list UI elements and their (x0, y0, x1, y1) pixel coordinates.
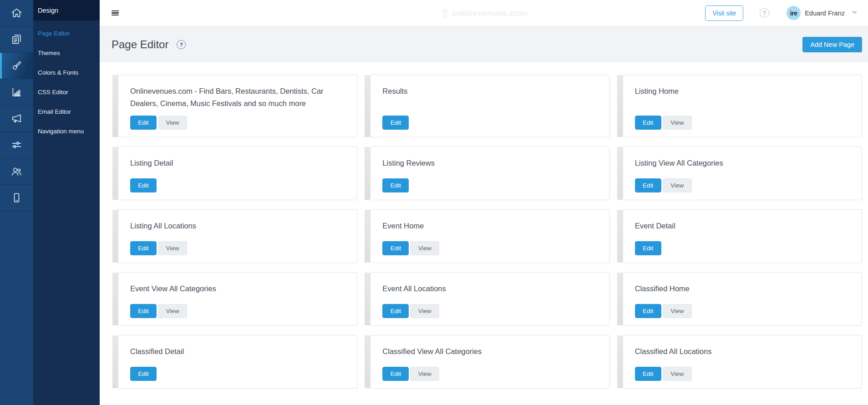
page-card: Event View All CategoriesEditView (118, 272, 357, 326)
edit-button[interactable]: Edit (635, 178, 661, 192)
rail-item-home[interactable] (0, 0, 33, 26)
edit-button[interactable]: Edit (635, 304, 661, 318)
page-card-title: Onlinevenues.com - Find Bars, Restaurant… (130, 85, 345, 109)
page-card-title: Results (382, 85, 597, 97)
design-sidebar: Design Page EditorThemesColors & FontsCS… (33, 0, 100, 405)
users-icon (10, 165, 23, 177)
rail-item-mobile[interactable] (0, 185, 33, 211)
edit-button[interactable]: Edit (130, 367, 157, 381)
chevron-down-icon[interactable] (851, 9, 858, 17)
page-help-icon[interactable]: ? (177, 40, 186, 49)
sliders-icon (10, 139, 23, 151)
page-title: Page Editor (112, 38, 168, 51)
sidebar-section-title: Design (33, 0, 100, 20)
edit-button[interactable]: Edit (635, 241, 661, 255)
view-button[interactable]: View (410, 241, 439, 255)
view-button[interactable]: View (410, 304, 439, 318)
edit-button[interactable]: Edit (130, 304, 157, 318)
edit-button[interactable]: Edit (130, 116, 157, 130)
hamburger-menu-icon[interactable] (112, 10, 119, 16)
home-icon (10, 7, 23, 19)
view-button[interactable]: View (663, 304, 692, 318)
rail-item-settings[interactable] (0, 132, 33, 158)
page-card: Event All LocationsEditView (370, 272, 609, 326)
view-button[interactable]: View (663, 116, 692, 130)
page-card: Listing HomeEditView (623, 75, 862, 137)
edit-button[interactable]: Edit (382, 178, 409, 192)
icon-rail (0, 0, 33, 405)
page-card-title: Classified View All Categories (382, 345, 597, 358)
page-header: Page Editor ? Add New Page (100, 26, 868, 62)
mobile-icon (10, 192, 23, 204)
rail-item-design[interactable] (0, 53, 33, 79)
page-card: Classified HomeEditView (623, 272, 862, 326)
rail-item-members[interactable] (0, 158, 33, 185)
page-card-actions: EditView (130, 116, 345, 130)
view-button[interactable]: View (410, 367, 439, 381)
page-card-title: Event Home (382, 220, 597, 232)
page-card: Event HomeEditView (370, 209, 609, 263)
main-column: onlinevenues.com Visit site ? ire Eduard… (100, 0, 868, 405)
page-card: Listing All LocationsEditView (118, 209, 357, 263)
edit-button[interactable]: Edit (382, 367, 409, 381)
sidebar-item-colors-fonts[interactable]: Colors & Fonts (33, 63, 100, 82)
user-name: Eduard Franz (805, 10, 845, 17)
page-card-title: Event Detail (635, 220, 850, 232)
pages-grid: Onlinevenues.com - Find Bars, Restaurant… (118, 75, 862, 389)
bar-chart-icon (10, 86, 23, 98)
help-icon[interactable]: ? (760, 8, 769, 18)
add-new-page-button[interactable]: Add New Page (802, 37, 862, 52)
page-card-actions: Edit (635, 241, 850, 255)
sidebar-item-themes[interactable]: Themes (33, 43, 100, 63)
view-button[interactable]: View (158, 241, 187, 255)
avatar[interactable]: ire (787, 6, 801, 20)
page-content: Onlinevenues.com - Find Bars, Restaurant… (100, 62, 868, 405)
page-card-actions: EditView (635, 116, 850, 130)
page-card-actions: Edit (382, 178, 597, 192)
pages-icon (10, 33, 23, 46)
page-card-actions: EditView (130, 241, 345, 255)
paintbrush-icon (10, 60, 23, 72)
page-card-title: Listing Reviews (382, 157, 597, 169)
page-card-actions: EditView (382, 241, 597, 255)
sidebar-item-page-editor[interactable]: Page Editor (33, 24, 100, 43)
page-card-title: Listing Detail (130, 157, 345, 169)
edit-button[interactable]: Edit (382, 116, 409, 130)
page-card-actions: EditView (635, 304, 850, 318)
page-card-title: Classified Detail (130, 345, 345, 358)
view-button[interactable]: View (663, 367, 692, 381)
edit-button[interactable]: Edit (130, 178, 157, 192)
user-menu[interactable]: ire Eduard Franz (787, 6, 858, 20)
rail-item-pages[interactable] (0, 26, 33, 53)
sidebar-item-email-editor[interactable]: Email Editor (33, 102, 100, 122)
page-card-title: Event All Locations (382, 283, 597, 295)
page-card-title: Listing Home (635, 85, 850, 97)
topbar-right: Visit site ? ire Eduard Franz (705, 5, 858, 21)
sidebar-item-navigation-menu[interactable]: Navigation menu (33, 122, 100, 141)
page-card: Classified DetailEdit (118, 335, 357, 389)
page-card-title: Classified Home (635, 283, 850, 295)
edit-button[interactable]: Edit (635, 116, 661, 130)
topbar: onlinevenues.com Visit site ? ire Eduard… (100, 0, 868, 26)
page-card-title: Classified All Locations (635, 345, 850, 358)
edit-button[interactable]: Edit (382, 241, 409, 255)
view-button[interactable]: View (158, 304, 187, 318)
page-card: Listing DetailEdit (118, 147, 357, 200)
page-card-actions: EditView (635, 178, 850, 192)
visit-site-button[interactable]: Visit site (705, 5, 743, 21)
page-card-actions: EditView (635, 367, 850, 381)
page-card: ResultsEdit (370, 75, 609, 137)
page-card-title: Event View All Categories (130, 283, 345, 295)
page-card: Onlinevenues.com - Find Bars, Restaurant… (118, 75, 357, 137)
sidebar-item-css-editor[interactable]: CSS Editor (33, 82, 100, 102)
rail-item-promote[interactable] (0, 106, 33, 132)
view-button[interactable]: View (158, 116, 187, 130)
edit-button[interactable]: Edit (382, 304, 409, 318)
sidebar-menu: Page EditorThemesColors & FontsCSS Edito… (33, 20, 100, 141)
rail-item-reports[interactable] (0, 79, 33, 106)
page-card: Listing View All CategoriesEditView (623, 147, 862, 200)
edit-button[interactable]: Edit (635, 367, 661, 381)
page-card-actions: Edit (130, 367, 345, 381)
edit-button[interactable]: Edit (130, 241, 157, 255)
view-button[interactable]: View (663, 178, 692, 192)
